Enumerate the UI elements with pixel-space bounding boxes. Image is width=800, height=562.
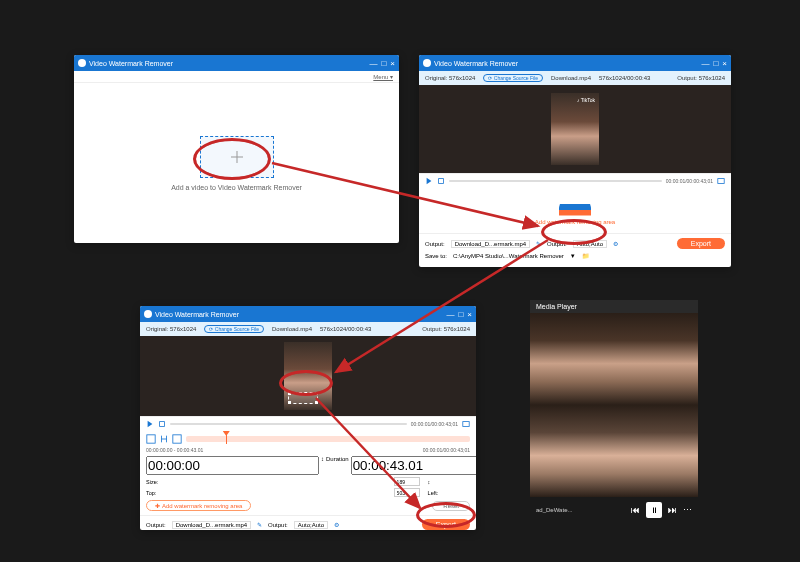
minimize-button[interactable]: —	[369, 59, 377, 68]
next-icon[interactable]: ⏭	[668, 505, 677, 515]
video-thumbnail: ♪ TikTok	[551, 93, 599, 165]
titlebar: Video Watermark Remover — □ ×	[419, 55, 731, 71]
video-thumbnail	[284, 342, 332, 410]
output-filename[interactable]: Download_D...ermark.mp4	[451, 240, 530, 248]
svg-rect-7	[463, 421, 469, 426]
timeline-handle[interactable]	[226, 434, 227, 444]
export-button[interactable]: Export	[422, 519, 470, 530]
export-button[interactable]: Export	[677, 238, 725, 249]
selection-box[interactable]	[288, 392, 318, 404]
svg-rect-4	[718, 178, 724, 183]
filemeta-label: 576x1024/00:00:43	[320, 326, 371, 332]
duration-end[interactable]	[351, 456, 476, 475]
range-label: 00:00:00.00 - 00:00:43.01	[146, 447, 203, 453]
svg-marker-5	[148, 420, 153, 426]
close-button[interactable]: ×	[390, 59, 395, 68]
svg-rect-6	[160, 421, 165, 426]
svg-rect-8	[147, 435, 155, 443]
close-button[interactable]: ×	[467, 310, 472, 319]
minimize-button[interactable]: —	[701, 59, 709, 68]
add-area-button[interactable]: ✚ Add watermark removing area	[146, 500, 251, 511]
app-logo-icon	[144, 310, 152, 318]
duration-start[interactable]	[146, 456, 319, 475]
maximize-button[interactable]: □	[381, 59, 386, 68]
prev-icon[interactable]: ⏮	[631, 505, 640, 515]
time-display: 00:00:01/00:00:43;01	[666, 178, 713, 184]
folder-icon[interactable]: 📁	[582, 252, 589, 259]
output-res: Output: 576x1024	[677, 75, 725, 81]
snapshot-icon[interactable]	[462, 420, 470, 428]
maximize-button[interactable]: □	[458, 310, 463, 319]
play-icon[interactable]	[146, 420, 154, 428]
saveto-label: Save to:	[425, 253, 447, 259]
timeline-tools	[146, 434, 182, 444]
pause-button[interactable]: ⏸	[646, 502, 662, 518]
seek-track[interactable]	[170, 423, 407, 425]
gear-icon[interactable]: ⚙	[613, 240, 618, 247]
edit-icon[interactable]: ✎	[257, 521, 262, 528]
dropdown-icon[interactable]: ▼	[570, 253, 576, 259]
media-player-title: Media Player	[530, 300, 698, 313]
mark-out-icon[interactable]	[172, 434, 182, 444]
more-icon[interactable]: ⋯	[683, 505, 692, 515]
size-label: Size:	[146, 479, 390, 485]
media-player-window: Media Player ad_DeWate... ⏮ ⏸ ⏭ ⋯	[530, 300, 698, 524]
window-buttons: — □ ×	[369, 59, 395, 68]
tiktok-watermark: ♪ TikTok	[577, 97, 595, 103]
titlebar: Video Watermark Remover — □ ×	[140, 306, 476, 322]
output-filename[interactable]: Download_D...ermark.mp4	[172, 521, 251, 529]
top-value[interactable]	[394, 488, 420, 497]
seek-track[interactable]	[449, 180, 662, 182]
maximize-button[interactable]: □	[713, 59, 718, 68]
media-filename: ad_DeWate...	[536, 507, 625, 513]
add-area-dropzone[interactable]: Add watermark removing area	[419, 187, 731, 233]
output-preset[interactable]: Auto;Auto	[573, 240, 607, 248]
close-button[interactable]: ×	[722, 59, 727, 68]
saveto-path: C:\AnyMP4 Studio\...Watermark Remover	[453, 253, 564, 259]
window-buttons: — □ ×	[446, 310, 472, 319]
output2-label: Output:	[268, 522, 288, 528]
change-source-button[interactable]: ⟳ Change Source File	[204, 325, 264, 333]
time-display: 00:00:01/00:00:43;01	[411, 421, 458, 427]
drop-area[interactable]: Add a video to Video Watermark Remover	[74, 83, 399, 243]
change-source-button[interactable]: ⟳ Change Source File	[483, 74, 543, 82]
footer: Output: Download_D...ermark.mp4 ✎ Output…	[140, 515, 476, 530]
video-preview	[140, 336, 476, 416]
app-title: Video Watermark Remover	[89, 60, 369, 67]
window-buttons: — □ ×	[701, 59, 727, 68]
timeline-track[interactable]	[186, 436, 470, 442]
gear-icon[interactable]: ⚙	[334, 521, 339, 528]
titlebar: Video Watermark Remover — □ ×	[74, 55, 399, 71]
info-bar: Original: 576x1024 ⟳ Change Source File …	[140, 322, 476, 336]
play-icon[interactable]	[425, 177, 433, 185]
top-label: Top:	[146, 490, 390, 496]
window-step2: Video Watermark Remover — □ × Original: …	[419, 55, 731, 267]
window-step1: Video Watermark Remover — □ × Menu ▾ Add…	[74, 55, 399, 243]
filename-label: Download.mp4	[551, 75, 591, 81]
add-hint-text: Add a video to Video Watermark Remover	[171, 184, 302, 191]
media-controls: ad_DeWate... ⏮ ⏸ ⏭ ⋯	[530, 497, 698, 523]
add-video-dropzone[interactable]	[200, 136, 274, 178]
left-label: Left:	[428, 490, 476, 496]
stop-icon[interactable]	[437, 177, 445, 185]
size-width[interactable]	[394, 477, 420, 486]
original-res: Original: 576x1024	[146, 326, 196, 332]
output-res: Output: 576x1024	[422, 326, 470, 332]
timeline-panel: 00:00:00.00 - 00:00:43.01 00:00:01/00:00…	[140, 430, 476, 515]
position-label: 00:00:01/00:00:43;01	[423, 447, 470, 453]
reset-button[interactable]: Reset	[432, 501, 470, 511]
filename-label: Download.mp4	[272, 326, 312, 332]
snapshot-icon[interactable]	[717, 177, 725, 185]
edit-icon[interactable]: ✎	[536, 240, 541, 247]
add-area-link[interactable]: Add watermark removing area	[535, 219, 615, 225]
mark-in-icon[interactable]	[146, 434, 156, 444]
stop-icon[interactable]	[158, 420, 166, 428]
dimension-inputs: Size: ↕ Top: Left:	[146, 477, 476, 497]
menu-link[interactable]: Menu ▾	[373, 73, 393, 80]
playback-bar: 00:00:01/00:00:43;01	[140, 416, 476, 430]
window-step3: Video Watermark Remover — □ × Original: …	[140, 306, 476, 530]
minimize-button[interactable]: —	[446, 310, 454, 319]
output-preset[interactable]: Auto;Auto	[294, 521, 328, 529]
output-label: Output:	[146, 522, 166, 528]
split-icon[interactable]	[159, 434, 169, 444]
